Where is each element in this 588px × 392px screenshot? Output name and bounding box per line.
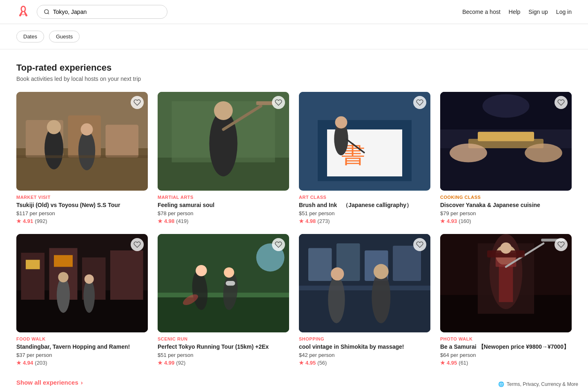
airbnb-logo[interactable] xyxy=(16,5,30,19)
card-image-7 xyxy=(299,234,430,333)
favorite-button-1[interactable] xyxy=(131,96,144,109)
svg-rect-58 xyxy=(308,248,332,281)
card-category-4: COOKING CLASS xyxy=(440,195,572,200)
card-price-7: $42 per person xyxy=(299,352,430,358)
favorite-button-6[interactable] xyxy=(272,238,285,251)
experience-card-3[interactable]: 書 ART CLASS Brush and Ink （Japanese call… xyxy=(299,92,430,224)
search-icon xyxy=(44,9,50,15)
favorite-button-5[interactable] xyxy=(131,238,144,251)
svg-point-10 xyxy=(81,123,93,136)
review-count-6: (92) xyxy=(176,360,185,366)
rating-value-4: 4.93 xyxy=(447,218,457,224)
svg-rect-6 xyxy=(106,125,139,158)
search-input[interactable] xyxy=(53,9,160,15)
svg-point-44 xyxy=(83,279,95,313)
experience-card-4[interactable]: COOKING CLASS Discover Yanaka & Japanese… xyxy=(440,92,572,224)
card-image-2 xyxy=(158,92,289,191)
favorite-button-7[interactable] xyxy=(413,238,426,251)
section-subtitle: Book activities led by local hosts on yo… xyxy=(16,76,572,82)
favorite-button-4[interactable] xyxy=(555,96,568,109)
rating-value-3: 4.98 xyxy=(305,218,316,224)
svg-rect-41 xyxy=(54,255,73,267)
card-rating-2: ★ 4.98 (419) xyxy=(158,218,289,224)
card-title-4: Discover Yanaka & Japanese cuisine xyxy=(440,201,572,209)
card-rating-5: ★ 4.94 (203) xyxy=(16,360,148,366)
svg-point-66 xyxy=(331,267,344,280)
card-title-6: Perfect Tokyo Running Tour (15km) +2Ex xyxy=(158,343,289,350)
experience-card-8[interactable]: PHOTO WALK Be a Samurai 【Newopen price ¥… xyxy=(440,234,572,366)
experience-card-2[interactable]: MARTIAL ARTS Feeling samurai soul $78 pe… xyxy=(158,92,289,224)
card-price-5: $37 per person xyxy=(16,352,148,358)
svg-point-54 xyxy=(224,267,234,277)
experience-card-1[interactable]: MARKET VISIT Tsukiji (Old) vs Toyosu (Ne… xyxy=(16,92,148,224)
card-price-4: $79 per person xyxy=(440,210,572,216)
rating-value-5: 4.94 xyxy=(23,360,33,366)
card-rating-7: ★ 4.95 (56) xyxy=(299,360,430,366)
svg-point-15 xyxy=(209,111,238,176)
star-icon-6: ★ xyxy=(158,360,163,366)
review-count-5: (203) xyxy=(35,360,47,366)
card-rating-8: ★ 4.95 (61) xyxy=(440,360,572,366)
review-count-4: (160) xyxy=(459,218,471,224)
star-icon-1: ★ xyxy=(16,218,21,224)
svg-rect-55 xyxy=(226,281,235,286)
svg-point-9 xyxy=(78,131,95,170)
header-left xyxy=(16,5,167,19)
log-in-link[interactable]: Log in xyxy=(556,9,572,15)
svg-point-45 xyxy=(85,274,94,284)
svg-point-31 xyxy=(525,144,562,163)
show-all-arrow: › xyxy=(81,379,83,386)
svg-point-42 xyxy=(57,277,70,312)
review-count-8: (61) xyxy=(459,360,468,366)
experience-card-5[interactable]: FOOD WALK Standingbar, Tavern Hopping an… xyxy=(16,234,148,366)
card-price-3: $51 per person xyxy=(299,210,430,216)
card-info-6: SCENIC RUN Perfect Tokyo Running Tour (1… xyxy=(158,336,289,366)
card-info-7: SHOPPING cool vintage in Shimokita by ma… xyxy=(299,336,430,366)
experience-card-6[interactable]: SCENIC RUN Perfect Tokyo Running Tour (1… xyxy=(158,234,289,366)
svg-rect-47 xyxy=(158,295,289,332)
svg-point-51 xyxy=(196,265,207,276)
experience-card-7[interactable]: SHOPPING cool vintage in Shimokita by ma… xyxy=(299,234,430,366)
svg-rect-62 xyxy=(299,285,430,290)
svg-point-24 xyxy=(335,116,347,129)
svg-rect-39 xyxy=(110,250,143,300)
search-bar[interactable] xyxy=(37,5,167,19)
card-info-4: COOKING CLASS Discover Yanaka & Japanese… xyxy=(440,195,572,224)
rating-value-8: 4.95 xyxy=(447,360,457,366)
card-price-8: $64 per person xyxy=(440,352,572,358)
card-info-8: PHOTO WALK Be a Samurai 【Newopen price ¥… xyxy=(440,336,572,366)
card-rating-3: ★ 4.98 (273) xyxy=(299,218,430,224)
card-category-5: FOOD WALK xyxy=(16,336,148,341)
main-content: Top-rated experiences Book activities le… xyxy=(0,49,588,392)
card-image-3: 書 xyxy=(299,92,430,191)
favorite-button-3[interactable] xyxy=(413,96,426,109)
svg-rect-61 xyxy=(393,245,421,281)
card-category-6: SCENIC RUN xyxy=(158,336,289,341)
svg-rect-29 xyxy=(478,132,534,141)
card-title-5: Standingbar, Tavern Hopping and Ramen! xyxy=(16,343,148,350)
svg-point-0 xyxy=(45,9,49,13)
favorite-button-2[interactable] xyxy=(272,96,285,109)
card-title-7: cool vintage in Shimokita by massage! xyxy=(299,343,430,350)
terms-label[interactable]: Terms, Privacy, Currency & More xyxy=(507,381,578,387)
svg-point-43 xyxy=(58,272,68,282)
svg-point-64 xyxy=(374,264,389,279)
become-host-link[interactable]: Become a host xyxy=(462,9,500,15)
card-image-1 xyxy=(16,92,148,191)
guests-filter-button[interactable]: Guests xyxy=(49,31,80,42)
svg-line-1 xyxy=(48,13,49,14)
dates-filter-button[interactable]: Dates xyxy=(16,31,44,42)
svg-rect-40 xyxy=(26,260,40,269)
rating-value-7: 4.95 xyxy=(305,360,316,366)
review-count-3: (273) xyxy=(317,218,330,224)
help-link[interactable]: Help xyxy=(509,9,521,15)
card-title-2: Feeling samurai soul xyxy=(158,201,289,209)
header: Become a host Help Sign up Log in xyxy=(0,0,588,24)
card-image-4 xyxy=(440,92,572,191)
sign-up-link[interactable]: Sign up xyxy=(528,9,548,15)
favorite-button-8[interactable] xyxy=(555,238,568,251)
card-info-1: MARKET VISIT Tsukiji (Old) vs Toyosu (Ne… xyxy=(16,195,148,224)
card-info-2: MARTIAL ARTS Feeling samurai soul $78 pe… xyxy=(158,195,289,224)
show-all-experiences-link[interactable]: Show all experiences › xyxy=(16,379,83,386)
card-info-3: ART CLASS Brush and Ink （Japanese callig… xyxy=(299,195,430,224)
